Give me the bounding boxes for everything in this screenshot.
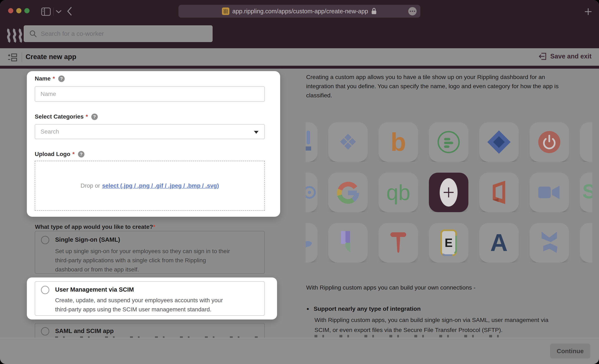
quickbooks-qb-icon: qb <box>386 182 410 203</box>
office-icon <box>489 180 509 204</box>
app-tile-target-partial <box>306 173 317 212</box>
continue-button[interactable]: Continue <box>550 344 590 358</box>
header-separator <box>0 66 599 69</box>
option-single-sign-on[interactable]: Single Sign-on (SAML) Set up single sign… <box>35 231 265 274</box>
double-arrow-icon <box>580 130 592 155</box>
app-grid-row: ❖ b <box>306 122 592 162</box>
bullet-body-line: With Rippling custom apps, you can build… <box>315 315 548 324</box>
app-tile-letter-a: A <box>479 223 519 263</box>
drop-prefix: Drop or <box>81 182 100 189</box>
upload-help-icon[interactable]: ? <box>78 151 84 158</box>
integration-bullet: • Support nearly any type of integration <box>307 305 421 312</box>
intro-line: classified. <box>306 91 332 100</box>
app-tile-power-button <box>529 122 569 162</box>
clipped-text-line <box>315 335 508 337</box>
file-select-link[interactable]: select (.jpg / .png / .gif / .jpeg / .bm… <box>102 182 219 189</box>
scim-highlight-card: User Management via SCIM Create, update,… <box>27 277 277 320</box>
diamond-cluster-icon: ❖ <box>338 131 358 153</box>
sidebar-toggle-icon[interactable] <box>41 8 51 16</box>
lock-icon <box>371 8 377 15</box>
browser-chrome: app.rippling.com/apps/custom-app/create-… <box>0 0 599 23</box>
option-sso-line: third-party applications with a single c… <box>55 256 206 265</box>
app-tile-google-g <box>328 173 368 212</box>
app-grid-row: qb <box>306 173 592 212</box>
back-icon[interactable] <box>67 7 72 16</box>
option-scim-line: third-party apps using the SCIM user man… <box>55 305 211 314</box>
new-tab-plus-icon[interactable] <box>584 7 593 16</box>
app-type-question: What type of app would you like to creat… <box>35 224 155 230</box>
minimize-window-button[interactable] <box>16 8 21 13</box>
letter-e-badge-icon: E <box>440 230 458 256</box>
search-icon <box>29 30 37 38</box>
app-tile-circle-list <box>429 122 468 162</box>
save-and-exit-label: Save and exit <box>550 53 591 60</box>
app-tile-ribbon-x <box>529 223 569 263</box>
name-label-row: Name* ? <box>35 75 65 82</box>
exclamation-bar-icon <box>306 131 317 153</box>
zoom-window-button[interactable] <box>24 8 29 13</box>
connections-line: With Rippling custom apps you can build … <box>306 283 476 292</box>
app-tile-office <box>479 173 519 212</box>
rippling-logo <box>6 28 23 43</box>
app-list-icon[interactable] <box>8 53 18 62</box>
upload-label-row: Upload Logo* ? <box>35 151 84 158</box>
app-tile-diamond-cluster: ❖ <box>328 122 368 162</box>
option-scim-title: User Management via SCIM <box>55 286 134 293</box>
coworker-search-input[interactable]: Search for a co-worker <box>24 25 212 42</box>
radio-sso[interactable] <box>41 236 49 244</box>
app-tile-double-arrow-partial <box>580 122 592 162</box>
name-label: Name <box>35 75 51 82</box>
app-tile-video-camera <box>529 173 569 212</box>
option-user-management-scim[interactable]: User Management via SCIM Create, update,… <box>35 281 265 316</box>
intro-line: Creating a custom app allows you to have… <box>306 72 545 81</box>
ellipsis-icon[interactable] <box>408 7 417 15</box>
option-sso-line: dashboard or from the app itself. <box>55 265 139 274</box>
radio-scim[interactable] <box>41 286 49 294</box>
search-placeholder: Search for a co-worker <box>41 30 104 37</box>
chrome-divider <box>53 8 54 16</box>
pink-circle-icon <box>580 231 592 254</box>
app-tile-letter-s-partial: S <box>580 173 592 212</box>
bullet-icon: • <box>307 305 309 312</box>
categories-label-row: Select Categories* ? <box>35 113 98 120</box>
save-and-exit-button[interactable]: Save and exit <box>538 52 591 61</box>
logo-dropzone[interactable]: Drop or select (.jpg / .png / .gif / .jp… <box>35 161 265 211</box>
upload-logo-label: Upload Logo <box>35 151 70 158</box>
categories-placeholder: Search <box>41 128 59 135</box>
intro-line: integration that you define. You can spe… <box>306 81 559 91</box>
letter-s-icon: S <box>582 181 592 201</box>
app-tile-letter-e-badge: E <box>429 223 468 263</box>
svg-text:E: E <box>445 236 453 249</box>
page-header: Create new app Save and exit <box>0 48 599 66</box>
app-tile-custom-plus <box>429 173 468 212</box>
app-tile-letter-b: b <box>379 122 418 162</box>
letter-b-icon: b <box>391 129 406 155</box>
speech-blob-icon <box>306 231 317 254</box>
url-text: app.rippling.com/apps/custom-app/create-… <box>232 8 368 15</box>
header-divider <box>22 53 22 62</box>
site-favicon <box>222 8 229 15</box>
name-help-icon[interactable]: ? <box>58 76 65 82</box>
exit-icon <box>538 52 547 61</box>
app-details-card: Name* ? Select Categories* ? Search Uplo… <box>27 71 280 217</box>
google-g-icon <box>336 181 360 204</box>
page-title: Create new app <box>26 53 76 61</box>
address-bar[interactable]: app.rippling.com/apps/custom-app/create-… <box>178 5 420 18</box>
app-tile-tulip <box>328 223 368 263</box>
app-grid-row: E A <box>306 223 592 263</box>
bullet-title: Support nearly any type of integration <box>314 305 421 312</box>
video-camera-icon <box>538 184 561 201</box>
option-sso-title: Single Sign-on (SAML) <box>55 236 120 243</box>
categories-select[interactable]: Search <box>35 124 265 139</box>
browser-window: app.rippling.com/apps/custom-app/create-… <box>0 0 599 364</box>
categories-help-icon[interactable]: ? <box>91 114 98 120</box>
name-input[interactable] <box>35 86 265 102</box>
close-window-button[interactable] <box>8 8 13 13</box>
chevron-down-icon <box>254 131 258 134</box>
circle-list-icon <box>437 130 460 154</box>
bullet-body-line: SCIM, or even export files via the Secur… <box>315 325 502 335</box>
radio-saml-scim[interactable] <box>41 327 49 336</box>
option-sso-line: Set up single sign-on for your employees… <box>55 247 230 256</box>
option-saml-scim-title: SAML and SCIM app <box>55 328 114 335</box>
chevron-down-icon[interactable] <box>56 10 62 13</box>
